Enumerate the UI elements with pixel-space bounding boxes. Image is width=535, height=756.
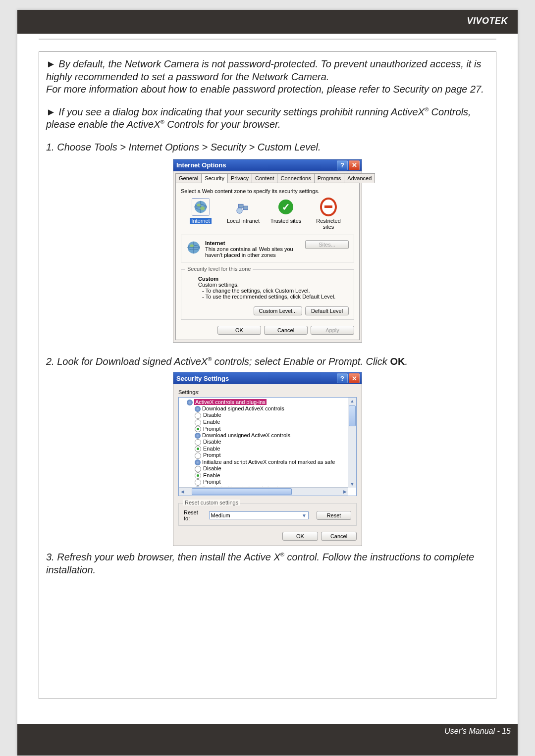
settings-listbox[interactable]: ActiveX controls and plug-ins Download s… [178, 397, 357, 496]
scroll-left-icon[interactable]: ◀ [179, 488, 186, 495]
radio-enable[interactable] [195, 472, 201, 479]
settings-label: Settings: [178, 389, 357, 395]
zone-internet-label: Internet [190, 218, 211, 224]
svg-point-6 [237, 207, 242, 213]
intro-text: Select a Web content zone to specify its… [181, 188, 354, 194]
svg-point-2 [197, 203, 201, 206]
ok-button[interactable]: OK [217, 326, 261, 335]
trusted-icon: ✓ [277, 198, 295, 216]
tab-body: Select a Web content zone to specify its… [175, 183, 360, 340]
ok-button[interactable]: OK [282, 532, 318, 541]
radio-disable[interactable] [195, 466, 201, 472]
gear-icon [195, 406, 201, 412]
chevron-down-icon: ▼ [302, 513, 307, 518]
radio-disable[interactable] [195, 412, 201, 419]
globe-icon [192, 198, 210, 216]
tab-programs[interactable]: Programs [314, 173, 345, 183]
zone-internet[interactable]: Internet [183, 198, 218, 230]
radio-enable[interactable] [195, 419, 201, 426]
group-activex: ActiveX controls and plug-ins [194, 399, 267, 405]
sites-button[interactable]: Sites... [305, 240, 349, 249]
radio-prompt[interactable] [195, 479, 201, 486]
zone-restricted[interactable]: Restricted sites [311, 198, 346, 230]
close-icon[interactable]: ✕ [349, 160, 360, 170]
dialog-title: Security Settings [176, 375, 229, 382]
svg-point-9 [190, 244, 194, 247]
scroll-down-icon[interactable]: ▼ [349, 481, 356, 488]
help-icon[interactable]: ? [337, 160, 348, 170]
default-level-button[interactable]: Default Level [305, 306, 349, 315]
svg-rect-4 [239, 204, 243, 208]
zone-local-label: Local intranet [227, 218, 260, 224]
security-level-fieldset: Security level for this zone Custom Cust… [181, 269, 354, 320]
security-settings-dialog: Security Settings ? ✕ Settings: ActiveX … [173, 372, 362, 546]
bullet-2: If you see a dialog box indicating that … [46, 106, 489, 131]
zone-trusted[interactable]: ✓ Trusted sites [268, 198, 304, 230]
radio-enable[interactable] [195, 446, 201, 452]
scroll-right-icon[interactable]: ▶ [341, 488, 348, 495]
scroll-thumb[interactable] [192, 488, 292, 495]
cancel-button[interactable]: Cancel [321, 532, 357, 541]
internet-options-dialog: Internet Options ? ✕ General Security Pr… [173, 159, 362, 343]
tab-advanced[interactable]: Advanced [344, 173, 375, 183]
scrollbar-vertical[interactable]: ▲ ▼ [348, 398, 356, 488]
step-3-pre: 3. Refresh your web browser, then instal… [46, 552, 280, 562]
step-1: 1. Choose Tools > Internet Options > Sec… [46, 141, 489, 154]
tab-privacy[interactable]: Privacy [227, 173, 252, 183]
page-content: By default, the Network Camera is not pa… [17, 40, 518, 724]
custom-sub: Custom settings. [198, 282, 347, 288]
dialog-titlebar[interactable]: Security Settings ? ✕ [173, 372, 362, 384]
radio-disable[interactable] [195, 439, 201, 446]
step-2-end: . [405, 356, 408, 367]
custom-line1: - To change the settings, click Custom L… [198, 288, 347, 294]
scrollbar-horizontal[interactable]: ◀ ▶ [179, 487, 348, 496]
tab-security[interactable]: Security [201, 173, 228, 183]
gear-icon [195, 459, 201, 465]
svg-point-3 [200, 206, 205, 210]
custom-level-button[interactable]: Custom Level... [254, 306, 302, 315]
tab-connections[interactable]: Connections [277, 173, 314, 183]
gear-icon [187, 400, 193, 405]
custom-title: Custom [198, 276, 347, 282]
scroll-up-icon[interactable]: ▲ [349, 398, 356, 404]
apply-button[interactable]: Apply [311, 326, 354, 335]
step-2-mid: controls; select Enable or Prompt. Click [212, 356, 390, 367]
close-icon[interactable]: ✕ [349, 373, 360, 383]
radio-prompt[interactable] [195, 426, 201, 432]
radio-prompt[interactable] [195, 453, 201, 459]
dialog-titlebar[interactable]: Internet Options ? ✕ [173, 159, 362, 171]
tab-general[interactable]: General [175, 173, 202, 183]
help-icon[interactable]: ? [337, 373, 348, 383]
bullet-2-pre: If you see a dialog box indicating that … [58, 106, 425, 117]
tab-content[interactable]: Content [252, 173, 278, 183]
bullet-1-text-b: For more information about how to enable… [46, 84, 484, 95]
security-level-legend: Security level for this zone [185, 266, 253, 272]
zone-fieldset: Internet This zone contains all Web site… [181, 235, 354, 262]
zone-info-title: Internet [205, 240, 301, 246]
reset-value: Medium [211, 512, 230, 518]
scroll-thumb[interactable] [349, 405, 356, 426]
footer-text: User's Manual - 15 [17, 724, 518, 756]
zone-info-desc: This zone contains all Web sites you hav… [205, 246, 301, 258]
brand-logo: VIVOTEK [467, 16, 508, 26]
custom-line2: - To use the recommended settings, click… [198, 294, 347, 300]
bullet-1: By default, the Network Camera is not pa… [46, 58, 489, 96]
step-2-ok: OK [390, 356, 405, 367]
cancel-button[interactable]: Cancel [264, 326, 308, 335]
item-init-script: Initialize and script ActiveX controls n… [202, 459, 335, 465]
local-intranet-icon [234, 198, 252, 216]
step-2: 2. Look for Download signed ActiveX® con… [46, 355, 489, 368]
reset-select[interactable]: Medium ▼ [209, 511, 309, 519]
dialog-title: Internet Options [176, 161, 226, 169]
zone-trusted-label: Trusted sites [270, 218, 302, 224]
globe-icon [186, 240, 201, 256]
zone-restricted-label: Restricted sites [311, 218, 346, 230]
tabs: General Security Privacy Content Connect… [175, 173, 360, 183]
reset-fieldset: Reset custom settings Reset to: Medium ▼… [178, 503, 357, 526]
step-3: 3. Refresh your web browser, then instal… [46, 551, 489, 576]
step-2-pre: 2. Look for Download signed ActiveX [46, 356, 208, 367]
reset-label: Reset to: [184, 509, 205, 521]
zone-local[interactable]: Local intranet [225, 198, 261, 230]
reset-button[interactable]: Reset [317, 511, 351, 520]
page-header: VIVOTEK [17, 10, 518, 34]
